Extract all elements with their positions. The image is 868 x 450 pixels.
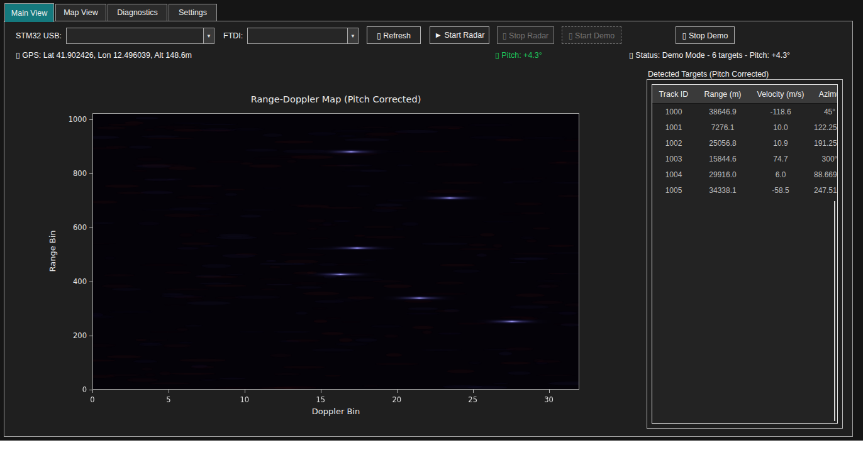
table-cell: 1005 [652,186,695,195]
table-cell: 74.7 [750,155,811,163]
x-tick-mark [397,390,398,393]
app-window: Main ViewMap ViewDiagnosticsSettings STM… [0,0,863,441]
x-tick-mark [473,390,474,393]
table-row[interactable]: 100315844.674.7300° [652,151,837,167]
x-axis-label: Doppler Bin [273,407,399,416]
tab-main-view[interactable]: Main View [4,3,54,22]
y-tick-mark [89,282,92,282]
table-cell: -118.6 [750,107,811,116]
ftdi-combobox-value [248,28,347,43]
table-row[interactable]: 100038646.9-118.645° [652,104,837,119]
table-cell: 191.2552 [811,139,838,148]
table-cell: 1002 [652,139,695,148]
y-tick-mark [89,390,92,390]
table-cell: 1000 [652,107,695,116]
x-tick-label: 5 [156,395,181,404]
x-tick-mark [245,390,245,393]
table-cell: 247.5104 [811,186,838,195]
table-cell: 34338.1 [695,186,750,195]
table-cell: 29916.0 [695,170,750,179]
y-tick-mark [89,119,92,120]
tab-settings[interactable]: Settings [169,4,217,21]
table-row[interactable]: 100225056.810.9191.2552 [652,135,837,151]
pitch-status-text: ▯ Pitch: +4.3° [495,50,542,60]
table-cell: 25056.8 [695,139,750,148]
stop-demo-button[interactable]: ▯ Stop Demo [676,26,735,44]
table-cell: -58.5 [750,186,811,195]
x-tick-mark [549,390,550,393]
x-tick-label: 20 [384,395,409,404]
y-tick-label: 800 [58,169,87,178]
column-header[interactable]: Track ID [652,90,695,99]
stm32-usb-label: STM32 USB: [16,31,62,40]
tab-diagnostics[interactable]: Diagnostics [108,4,167,21]
x-tick-label: 0 [80,395,105,404]
column-header[interactable]: Azimu [811,90,838,99]
x-tick-label: 25 [460,395,486,404]
stop-radar-button[interactable]: ▯ Stop Radar [497,26,554,44]
table-cell: 122.2510 [811,123,838,132]
x-tick-label: 15 [308,395,333,404]
y-tick-label: 400 [58,277,87,286]
targets-table[interactable]: Track IDRange (m)Velocity (m/s)Azimu 100… [652,84,838,424]
table-cell: 15844.6 [695,155,750,163]
y-tick-label: 200 [58,331,87,340]
x-tick-label: 10 [232,395,257,404]
column-header[interactable]: Velocity (m/s) [750,90,811,99]
table-cell: 300° [811,155,838,163]
table-cell: 1003 [652,155,695,163]
ftdi-label: FTDI: [223,31,243,40]
table-cell: 45° [811,107,838,116]
table-cell: 6.0 [750,170,811,179]
range-doppler-heatmap[interactable] [92,113,579,390]
targets-table-body: 100038646.9-118.645°10017276.110.0122.25… [652,104,837,198]
table-cell: 10.0 [750,123,811,132]
targets-panel-title: Detected Targets (Pitch Corrected) [648,70,769,79]
x-tick-label: 30 [537,395,562,404]
y-axis-label: Range Bin [48,217,57,286]
table-row[interactable]: 10017276.110.0122.2510 [652,119,837,135]
table-cell: 7276.1 [695,123,750,132]
table-cell: 38646.9 [695,107,750,116]
stm32-usb-combobox-value [67,28,203,43]
y-tick-mark [89,336,92,336]
refresh-button[interactable]: ▯ Refresh [367,26,421,44]
x-tick-mark [169,390,169,393]
start-demo-button[interactable]: ▯ Start Demo [562,26,621,44]
y-tick-mark [89,228,92,228]
y-tick-mark [89,173,92,174]
targets-table-header: Track IDRange (m)Velocity (m/s)Azimu [652,85,837,104]
table-row[interactable]: 100429916.06.088.66998 [652,167,837,182]
column-header[interactable]: Range (m) [695,90,750,99]
table-cell: 1004 [652,170,695,179]
table-cell: 88.66998 [811,170,838,179]
tab-map-view[interactable]: Map View [55,4,106,21]
targets-table-scrollbar[interactable] [834,201,835,421]
chevron-down-icon[interactable]: ▼ [347,28,358,43]
x-tick-mark [321,390,321,393]
chart-title: Range-Doppler Map (Pitch Corrected) [179,94,493,104]
y-tick-label: 600 [58,223,87,232]
chevron-down-icon[interactable]: ▼ [203,28,214,43]
gps-status-text: ▯ GPS: Lat 41.902426, Lon 12.496039, Alt… [16,50,192,60]
y-tick-label: 1000 [58,115,87,124]
table-cell: 10.9 [750,139,811,148]
x-tick-mark [92,390,93,393]
ftdi-combobox[interactable]: ▼ [247,28,359,44]
table-row[interactable]: 100534338.1-58.5247.5104 [652,182,837,198]
start-radar-button[interactable]: ► Start Radar [430,26,489,44]
table-cell: 1001 [652,123,695,132]
demo-status-text: ▯ Status: Demo Mode - 6 targets - Pitch:… [629,50,790,60]
y-tick-label: 0 [58,385,87,394]
stm32-usb-combobox[interactable]: ▼ [66,28,214,44]
